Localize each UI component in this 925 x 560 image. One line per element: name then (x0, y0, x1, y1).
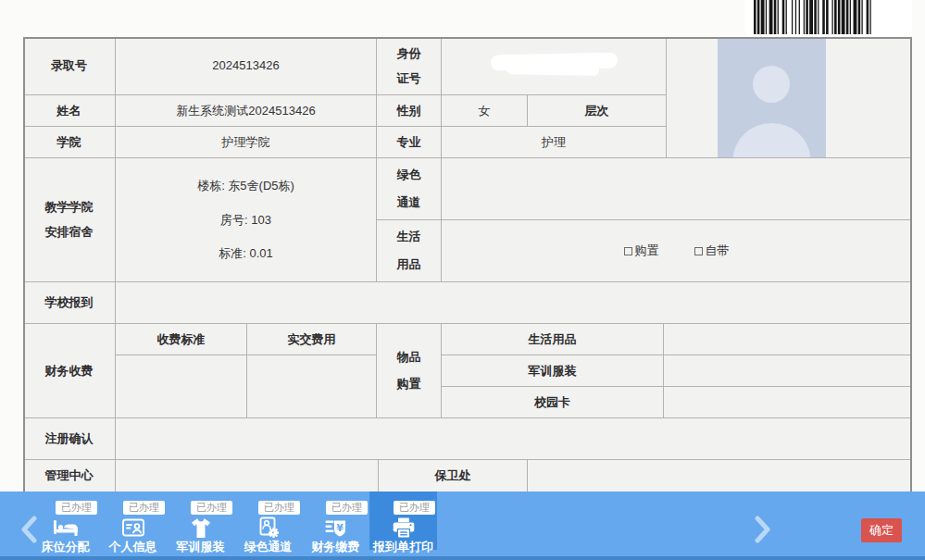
id-number-label: 身份 证号 (377, 37, 442, 95)
status-badge-done: 已办理 (258, 501, 300, 515)
toolbar-item-label: 军训服装 (167, 539, 234, 555)
fee-standard-header: 收费标准 (116, 324, 247, 355)
gender-value: 女 (442, 95, 528, 127)
checkbox-purchase (624, 247, 632, 255)
toolbar-item-label: 财务缴费 (302, 539, 369, 555)
redaction-smudge (506, 64, 599, 76)
major-label: 专业 (377, 127, 442, 158)
dorm-info-value: 楼栋: 东5舍(D5栋) 房号: 103 标准: 0.01 (116, 158, 377, 282)
security-office-label: 保卫处 (379, 460, 528, 492)
school-report-label: 学校报到 (23, 282, 116, 324)
goods-item-uniform-label: 军训服装 (442, 355, 664, 387)
toolbar-item-military-uniform[interactable]: 已办理 军训服装 (167, 492, 234, 550)
svg-text:¥: ¥ (336, 521, 344, 533)
college-label: 学院 (23, 127, 116, 158)
toolbar-item-green-channel[interactable]: 已办理 (234, 492, 302, 550)
green-channel-icon (234, 516, 302, 539)
name-label: 姓名 (23, 95, 116, 127)
college-value: 护理学院 (116, 127, 377, 158)
status-badge-done: 已办理 (394, 501, 435, 515)
status-badge-done: 已办理 (326, 501, 368, 515)
id-number-value (442, 37, 667, 95)
goods-item-campus-card-label: 校园卡 (442, 387, 664, 418)
mgmt-center-value (116, 460, 379, 492)
toolbar-item-finance-payment[interactable]: 已办理 ¥ 财务缴费 (302, 492, 369, 550)
tshirt-icon (167, 516, 234, 539)
dorm-room: 房号: 103 (220, 213, 271, 228)
status-badge-done: 已办理 (123, 501, 165, 515)
next-arrow-icon[interactable] (752, 516, 772, 543)
green-channel-value (442, 158, 912, 220)
security-office-value (528, 460, 912, 492)
dorm-standard: 标准: 0.01 (219, 246, 273, 261)
name-value: 新生系统测试2024513426 (116, 95, 377, 127)
bottom-toolbar: 已办理 床位分配 已办理 个人信息 已办理 (0, 492, 925, 560)
register-confirm-value (116, 418, 912, 460)
confirm-button[interactable]: 确定 (861, 518, 902, 542)
level-label: 层次 (528, 95, 667, 127)
daily-items-options: 购置 自带 (442, 220, 912, 282)
green-channel-label: 绿色 通道 (377, 158, 442, 220)
toolbar-item-label: 个人信息 (99, 539, 167, 555)
mgmt-center-label: 管理中心 (23, 460, 116, 492)
toolbar-item-label: 报到单打印 (369, 539, 437, 555)
finance-label: 财务收费 (23, 324, 116, 418)
admission-no-value: 2024513426 (116, 37, 377, 95)
toolbar-item-label: 绿色通道 (234, 539, 302, 555)
goods-item-daily-value (664, 324, 912, 355)
goods-item-daily-label: 生活用品 (442, 324, 664, 355)
school-report-value (116, 282, 912, 324)
register-confirm-label: 注册确认 (23, 418, 116, 460)
photo-cell (667, 37, 912, 158)
id-card-icon (99, 516, 167, 539)
bed-icon (31, 516, 99, 539)
daily-items-label: 生活 用品 (377, 220, 442, 282)
toolbar-item-bed-assignment[interactable]: 已办理 床位分配 (31, 492, 99, 550)
goods-item-uniform-value (664, 355, 912, 387)
goods-item-campus-card-value (664, 387, 912, 418)
barcode (745, 0, 912, 37)
fee-paid-value (247, 355, 377, 418)
status-badge-done: 已办理 (191, 501, 232, 515)
gender-label: 性别 (377, 95, 442, 127)
toolbar-item-label: 床位分配 (31, 539, 99, 555)
toolbar-item-personal-info[interactable]: 已办理 个人信息 (99, 492, 167, 550)
student-photo (718, 38, 826, 157)
status-badge-done: 已办理 (56, 501, 97, 515)
toolbar-item-print-report[interactable]: 已办理 报到单打印 (369, 492, 437, 550)
printer-icon (369, 516, 437, 539)
major-value: 护理 (442, 127, 667, 158)
registration-form-table: 录取号 2024513426 身份 证号 姓名 新生系统测试2024513426… (23, 37, 912, 492)
fee-paid-header: 实交费用 (247, 324, 377, 355)
dorm-label: 教学学院 安排宿舍 (23, 158, 116, 282)
admission-no-label: 录取号 (23, 37, 116, 95)
checkbox-self-bring (694, 247, 703, 255)
fee-standard-value (116, 355, 247, 418)
dorm-building: 楼栋: 东5舍(D5栋) (197, 179, 294, 193)
yuan-payment-icon: ¥ (302, 516, 369, 539)
goods-purchase-label: 物品 购置 (377, 324, 442, 418)
